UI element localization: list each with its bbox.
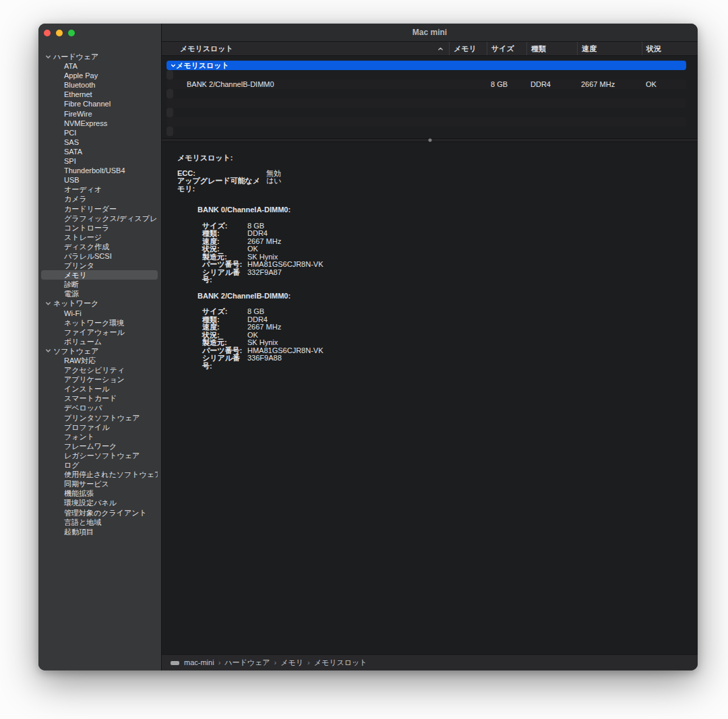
column-header-label: サイズ <box>491 44 514 54</box>
pane-splitter[interactable] <box>162 138 698 142</box>
mac-mini-icon <box>171 661 179 665</box>
column-header-1[interactable]: メモリ <box>449 42 487 55</box>
sidebar-item[interactable]: デベロッパ <box>41 403 158 412</box>
sidebar-item[interactable]: プリンタ <box>41 261 158 270</box>
sidebar-item[interactable]: Wi-Fi <box>41 309 158 318</box>
sidebar-item[interactable]: Thunderbolt/USB4 <box>41 166 158 175</box>
table-row[interactable]: BANK 2/ChannelB-DIMM08 GBDDR42667 MHzOK <box>166 80 686 89</box>
breadcrumb-separator: › <box>274 658 277 666</box>
sidebar-item[interactable]: SAS <box>41 137 158 147</box>
sidebar-item[interactable]: プリンタソフトウェア <box>41 413 158 423</box>
sidebar-item-label: スマートカード <box>64 394 117 403</box>
table-row[interactable]: BANK 0/ChannelA-DIMM08 GBDDR42667 MHzOK <box>166 70 173 80</box>
sidebar-item[interactable]: SATA <box>41 147 158 156</box>
table-row-group[interactable]: メモリスロット <box>166 61 686 70</box>
sidebar-item[interactable]: FireWire <box>41 109 158 119</box>
column-header-4[interactable]: 速度 <box>577 42 642 55</box>
sidebar-item[interactable]: ディスク作成 <box>41 242 158 251</box>
sidebar-item[interactable]: インストール <box>41 384 158 394</box>
sidebar-item[interactable]: プロファイル <box>41 423 158 432</box>
sidebar-item-label: ディスク作成 <box>64 242 109 251</box>
sidebar-item-label: 同期サービス <box>64 479 109 489</box>
breadcrumb-item[interactable]: メモリ <box>280 658 303 668</box>
sidebar-item[interactable]: 電源 <box>41 289 158 299</box>
detail-field-value: 8 GB <box>247 308 264 316</box>
sidebar-item[interactable]: コントローラ <box>41 223 158 232</box>
column-header-5[interactable]: 状況 <box>642 42 698 55</box>
sidebar-item[interactable]: 診断 <box>41 280 158 289</box>
sidebar-item-label: 管理対象のクライアント <box>64 508 147 518</box>
detail-field-value: SK Hynix <box>247 339 278 347</box>
table-row-empty[interactable] <box>166 108 173 117</box>
column-header-0[interactable]: メモリスロット <box>162 42 449 55</box>
cell-speed: 2667 MHz <box>577 80 642 88</box>
sidebar-item-label: ATA <box>64 61 78 71</box>
sidebar-item[interactable]: ファイアウォール <box>41 327 158 337</box>
table-row-empty[interactable] <box>166 98 686 108</box>
sidebar-item[interactable]: 機能拡張 <box>41 489 158 498</box>
column-header-3[interactable]: 種類 <box>526 42 577 55</box>
detail-field-label: 種類: <box>202 230 247 238</box>
sidebar-section-2[interactable]: ソフトウェア <box>41 346 158 356</box>
sidebar-item[interactable]: パラレルSCSI <box>41 251 158 261</box>
sidebar-item[interactable]: 同期サービス <box>41 479 158 489</box>
detail-field: 種類:DDR4 <box>202 230 690 238</box>
sidebar-item[interactable]: ボリューム <box>41 337 158 346</box>
sidebar-item-label: SATA <box>64 147 82 156</box>
sidebar-item[interactable]: アプリケーション <box>41 375 158 384</box>
sidebar-item[interactable]: オーディオ <box>41 185 158 194</box>
sidebar-item-label: Apple Pay <box>64 71 98 80</box>
sidebar-item[interactable]: カードリーダー <box>41 204 158 214</box>
sidebar-item[interactable]: フォント <box>41 432 158 441</box>
sidebar-item[interactable]: Fibre Channel <box>41 99 158 108</box>
sidebar-item[interactable]: グラフィックス/ディスプレイ <box>41 214 158 223</box>
sidebar-item[interactable]: SPI <box>41 156 158 166</box>
sidebar-item[interactable]: ATA <box>41 61 158 71</box>
sidebar-item[interactable]: Ethernet <box>41 90 158 99</box>
sidebar-item[interactable]: スマートカード <box>41 394 158 403</box>
sidebar-item[interactable]: NVMExpress <box>41 119 158 128</box>
window-controls <box>38 30 75 36</box>
cell-type: DDR4 <box>526 80 577 88</box>
sidebar-item[interactable]: 環境設定パネル <box>41 498 158 507</box>
sidebar-item[interactable]: 使用停止されたソフトウェア <box>41 470 158 479</box>
breadcrumb-separator: › <box>218 658 221 666</box>
sidebar-item[interactable]: PCI <box>41 128 158 137</box>
sidebar-item[interactable]: 管理対象のクライアント <box>41 508 158 518</box>
sidebar-item[interactable]: カメラ <box>41 194 158 204</box>
sidebar-item[interactable]: ネットワーク環境 <box>41 318 158 327</box>
table-row-empty[interactable] <box>166 127 173 136</box>
sidebar-item[interactable]: RAW対応 <box>41 356 158 365</box>
sidebar-item[interactable]: ストレージ <box>41 232 158 242</box>
sidebar-item[interactable]: メモリ <box>41 270 158 280</box>
sidebar-item[interactable]: ログ <box>41 460 158 470</box>
sidebar-item-label: フレームワーク <box>64 441 117 451</box>
table-row-empty[interactable] <box>166 89 173 98</box>
sidebar-item-label: Wi-Fi <box>64 309 82 318</box>
sidebar-item[interactable]: 起動項目 <box>41 527 158 536</box>
breadcrumb-item[interactable]: ハードウェア <box>224 658 270 668</box>
minimize-button[interactable] <box>56 30 63 36</box>
sidebar-item[interactable]: Apple Pay <box>41 71 158 80</box>
sidebar-item[interactable]: アクセシビリティ <box>41 365 158 375</box>
sidebar-section-1[interactable]: ネットワーク <box>41 299 158 308</box>
detail-field-label: 速度: <box>202 323 247 332</box>
detail-field: サイズ:8 GB <box>202 308 690 316</box>
title-bar[interactable]: Mac mini <box>162 24 698 42</box>
sidebar-item-label: NVMExpress <box>64 119 107 128</box>
sidebar-item[interactable]: Bluetooth <box>41 80 158 90</box>
zoom-button[interactable] <box>68 30 75 36</box>
sidebar-item[interactable]: フレームワーク <box>41 441 158 451</box>
sidebar-item[interactable]: USB <box>41 175 158 185</box>
breadcrumb-item[interactable]: メモリスロット <box>314 658 367 668</box>
column-header-2[interactable]: サイズ <box>487 42 526 55</box>
breadcrumb-item[interactable]: mac-mini <box>184 658 214 666</box>
sidebar-item[interactable]: 言語と地域 <box>41 518 158 527</box>
detail-field-value: OK <box>247 245 258 253</box>
sidebar-item[interactable]: レガシーソフトウェア <box>41 451 158 460</box>
detail-field: 製造元:SK Hynix <box>202 339 690 347</box>
detail-field: サイズ:8 GB <box>202 222 690 230</box>
table-row-empty[interactable] <box>166 117 686 127</box>
sidebar-section-0[interactable]: ハードウェア <box>41 52 158 61</box>
close-button[interactable] <box>44 30 51 36</box>
